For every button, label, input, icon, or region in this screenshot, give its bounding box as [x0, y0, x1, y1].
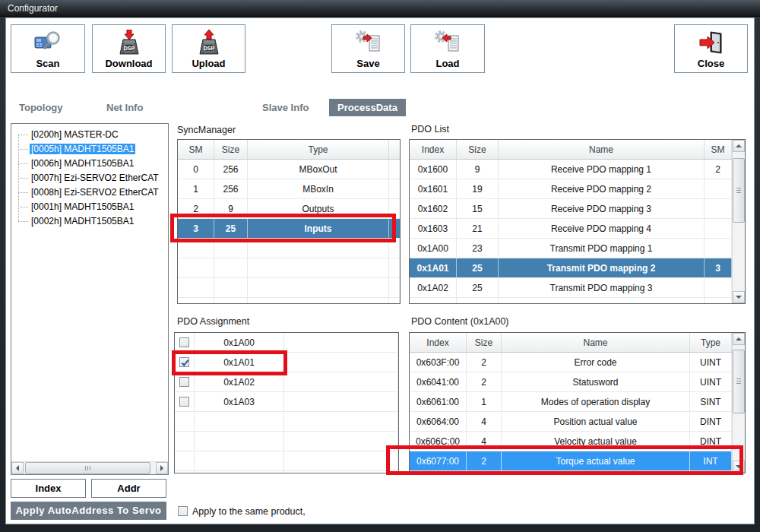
same-product-checkbox[interactable]: [178, 506, 188, 516]
table-cell: [178, 258, 214, 277]
tab-net-info[interactable]: Net Info: [106, 102, 143, 113]
pdo-assignment-checkbox[interactable]: [179, 397, 189, 407]
scroll-left-button[interactable]: [11, 462, 24, 474]
table-cell: 0: [178, 160, 214, 179]
empty-row: [178, 239, 400, 258]
scroll-down-button[interactable]: [733, 461, 745, 473]
load-button[interactable]: Load: [410, 24, 485, 73]
window-title: Configurator: [8, 3, 58, 14]
tree-item[interactable]: [0008h] Ezi-SERVO2 EtherCAT: [11, 185, 168, 200]
tab-processdata[interactable]: ProcessData: [329, 99, 406, 116]
pdo-list-scrollbar[interactable]: [732, 140, 745, 303]
pdo-assignment-label: PDO Assignment: [177, 316, 249, 327]
save-button[interactable]: Save: [331, 24, 405, 73]
scroll-down-button[interactable]: [733, 291, 745, 303]
table-cell: [284, 471, 398, 473]
table-cell: [705, 278, 732, 297]
table-cell: [284, 412, 398, 431]
tree-horizontal-scrollbar[interactable]: [11, 461, 168, 474]
tree-item[interactable]: [0001h] MADHT1505BA1: [11, 200, 168, 214]
table-row[interactable]: 0x603F:002Error codeUINT: [410, 353, 745, 372]
pdo-assignment-checkbox[interactable]: [179, 377, 189, 387]
close-button[interactable]: Close: [674, 24, 748, 73]
table-cell: 0x1A01: [195, 353, 284, 372]
tree-item[interactable]: [0005h] MADHT1505BA1: [11, 142, 168, 157]
table-cell: [502, 471, 690, 473]
pdo-assignment-row[interactable]: 0x1A03: [175, 392, 398, 412]
pdo-list-label: PDO List: [411, 124, 449, 135]
table-cell: 19: [457, 179, 499, 198]
tab-topology[interactable]: Topology: [19, 102, 63, 113]
table-row[interactable]: 0x606C:004Velocity actual valueDINT: [410, 432, 745, 451]
table-header-row: IndexSizeNameType: [410, 333, 745, 353]
table-cell: [690, 471, 732, 473]
index-button[interactable]: Index: [11, 479, 86, 498]
tree-item[interactable]: [0006h] MADHT1505BA1: [11, 157, 168, 171]
pdo-assignment-row[interactable]: 0x1A01: [175, 353, 398, 372]
tree-item[interactable]: [0200h] MASTER-DC: [11, 128, 168, 142]
table-cell: 21: [457, 219, 499, 238]
table-cell: 3: [705, 258, 732, 277]
addr-button[interactable]: Addr: [91, 479, 166, 498]
scan-button[interactable]: Scan: [11, 24, 85, 73]
table-cell: 25: [214, 219, 248, 238]
table-row[interactable]: 0x6077:002Torque actual valueINT: [410, 451, 745, 471]
table-cell: Size: [467, 333, 502, 352]
upload-button[interactable]: DSP Upload: [172, 24, 245, 73]
scroll-right-button[interactable]: [156, 462, 168, 474]
titlebar[interactable]: Configurator: [0, 0, 760, 17]
table-cell: [284, 432, 398, 451]
table-row[interactable]: 0x1A0225Transmit PDO mapping 3: [410, 278, 745, 298]
table-row[interactable]: 0256MBoxOut: [178, 160, 400, 179]
table-row[interactable]: 0x16009Receive PDO mapping 12: [410, 160, 745, 179]
table-cell: [175, 392, 195, 411]
pdo-list-scroll-thumb[interactable]: [733, 158, 745, 223]
table-cell: Modes of operation display: [502, 392, 690, 411]
table-cell: [248, 258, 389, 277]
pdo-assignment-row[interactable]: 0x1A02: [175, 372, 398, 392]
svg-text:DSP: DSP: [123, 46, 135, 51]
table-cell: 0x1602: [410, 199, 457, 218]
table-cell: Type: [248, 140, 389, 159]
table-cell: 0x1A00: [410, 239, 457, 258]
table-row[interactable]: 29Outputs: [178, 199, 400, 219]
same-product-checkbox-label: Apply to the same product,: [192, 506, 306, 517]
pdo-content-scrollbar[interactable]: [732, 333, 745, 473]
table-cell: 0x606C:00: [410, 432, 467, 451]
pdo-assignment-checkbox[interactable]: [179, 357, 189, 367]
pdo-assignment-row[interactable]: 0x1A00: [175, 333, 398, 353]
table-cell: [389, 239, 400, 258]
table-cell: [410, 471, 467, 473]
empty-row: [175, 451, 398, 471]
table-cell: 25: [457, 258, 499, 277]
table-row[interactable]: 0x6061:001Modes of operation displaySINT: [410, 392, 745, 412]
table-row[interactable]: 0x1A0023Transmit PDO mapping 1: [410, 239, 745, 258]
tree-item[interactable]: [0007h] Ezi-SERVO2 EtherCAT: [11, 171, 168, 185]
download-button[interactable]: DSP Download: [92, 24, 166, 73]
pdo-content-scroll-thumb[interactable]: [733, 350, 745, 413]
table-row[interactable]: 0x6064:004Position actual valueDINT: [410, 412, 745, 432]
table-row[interactable]: 0x1A0125Transmit PDO mapping 23: [410, 258, 745, 278]
table-cell: DINT: [690, 412, 732, 431]
table-cell: [284, 372, 398, 391]
apply-autoaddress-button[interactable]: Apply AutoAddress To Servo: [11, 502, 166, 520]
table-row[interactable]: 0x160215Receive PDO mapping 3: [410, 199, 745, 219]
table-cell: [195, 471, 284, 473]
scroll-up-button[interactable]: [733, 333, 745, 345]
table-row[interactable]: 0x6041:002StatuswordUINT: [410, 372, 745, 392]
table-cell: [214, 278, 248, 297]
tree-item-label: [0008h] Ezi-SERVO2 EtherCAT: [30, 187, 160, 198]
pdo-assignment-checkbox[interactable]: [179, 337, 189, 347]
table-cell: 2: [178, 199, 214, 218]
table-row[interactable]: 1256MBoxIn: [178, 179, 400, 199]
tree-item[interactable]: [0002h] MADHT1505BA1: [11, 214, 168, 229]
table-cell: [175, 451, 195, 470]
tree-scroll-thumb[interactable]: [25, 462, 150, 474]
table-row[interactable]: 0x160119Receive PDO mapping 2: [410, 179, 745, 199]
table-row[interactable]: 325Inputs: [178, 219, 400, 239]
scroll-up-button[interactable]: [733, 140, 745, 152]
table-row[interactable]: 0x160321Receive PDO mapping 4: [410, 219, 745, 239]
tab-slave-info[interactable]: Slave Info: [262, 102, 309, 113]
table-row[interactable]: 0x1A0345Transmit PDO mapping 4: [410, 298, 745, 303]
table-cell: [248, 278, 389, 297]
